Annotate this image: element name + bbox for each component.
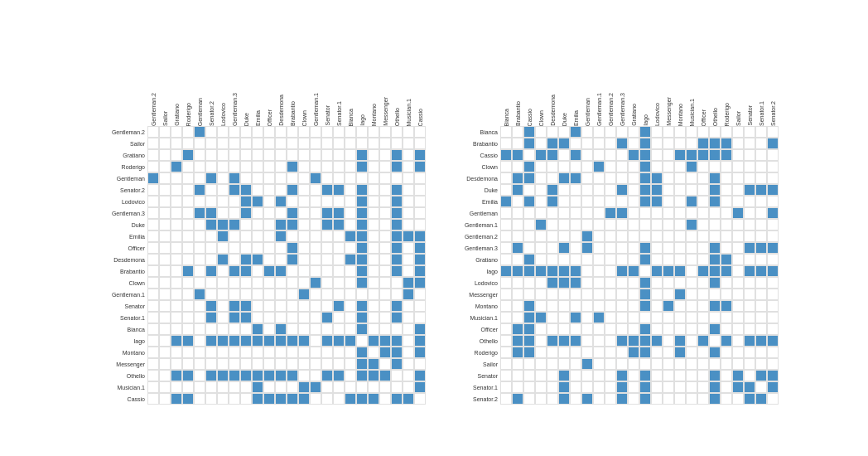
grid-cell bbox=[732, 277, 744, 289]
grid-cell bbox=[605, 196, 616, 207]
grid-cell bbox=[159, 230, 171, 242]
grid-cell bbox=[593, 126, 605, 138]
grid-cell bbox=[651, 138, 663, 149]
grid-cell bbox=[558, 312, 570, 323]
grid-cell bbox=[240, 149, 252, 161]
grid-cell bbox=[391, 323, 403, 335]
grid-cell bbox=[581, 300, 593, 312]
grid-cell bbox=[639, 172, 651, 184]
grid-cell bbox=[217, 358, 229, 370]
grid-cell bbox=[287, 358, 298, 370]
grid-cell bbox=[403, 207, 414, 219]
grid-cell bbox=[275, 172, 287, 184]
grid-cell bbox=[628, 230, 639, 242]
grid-row bbox=[500, 312, 779, 323]
grid-cell bbox=[414, 219, 426, 230]
grid-cell bbox=[744, 242, 755, 254]
grid-cell bbox=[182, 335, 194, 347]
grid-cell bbox=[744, 184, 755, 196]
grid-cell bbox=[697, 370, 709, 381]
grid-cell bbox=[275, 138, 287, 149]
grid-cell bbox=[194, 289, 205, 300]
grid-cell bbox=[321, 393, 333, 405]
grid-cell bbox=[697, 300, 709, 312]
grid-cell bbox=[523, 277, 535, 289]
grid-cell bbox=[229, 230, 240, 242]
grid-cell bbox=[379, 277, 391, 289]
grid-cell bbox=[159, 265, 171, 277]
grid-cell bbox=[182, 207, 194, 219]
grid-cell bbox=[651, 219, 663, 230]
grid-cell bbox=[310, 219, 321, 230]
grid-cell bbox=[391, 207, 403, 219]
grid-cell bbox=[686, 242, 697, 254]
grid-cell bbox=[709, 277, 721, 289]
grid-cell bbox=[356, 312, 368, 323]
grid-cell bbox=[403, 161, 414, 172]
grid-cell bbox=[182, 312, 194, 323]
grid-cell bbox=[321, 242, 333, 254]
grid-cell bbox=[147, 196, 159, 207]
grid-cell bbox=[697, 323, 709, 335]
grid-cell bbox=[379, 347, 391, 358]
grid-cell bbox=[240, 277, 252, 289]
grid-cell bbox=[593, 149, 605, 161]
grid-cell bbox=[744, 138, 755, 149]
grid-cell bbox=[240, 323, 252, 335]
grid-cell bbox=[547, 230, 558, 242]
grid-cell bbox=[697, 347, 709, 358]
grid-cell bbox=[287, 393, 298, 405]
grid-cell bbox=[709, 230, 721, 242]
grid-cell bbox=[639, 126, 651, 138]
grid-cell bbox=[368, 358, 379, 370]
grid-cell bbox=[581, 207, 593, 219]
grid-cell bbox=[345, 347, 356, 358]
grid-cell bbox=[240, 161, 252, 172]
grid-cell bbox=[356, 323, 368, 335]
grid-cell bbox=[732, 323, 744, 335]
grid-cell bbox=[414, 347, 426, 358]
grid-cell bbox=[263, 219, 275, 230]
grid-cell bbox=[721, 381, 732, 393]
grid-cell bbox=[605, 358, 616, 370]
grid-cell bbox=[535, 323, 547, 335]
grid-cell bbox=[263, 242, 275, 254]
grid-cell bbox=[558, 358, 570, 370]
grid-cell bbox=[512, 242, 523, 254]
grid-cell bbox=[391, 184, 403, 196]
grid-cell bbox=[581, 196, 593, 207]
grid-cell bbox=[368, 254, 379, 265]
grid-cell bbox=[674, 312, 686, 323]
grid-cell bbox=[686, 393, 697, 405]
grid-cell bbox=[321, 254, 333, 265]
col-label: Lodovico bbox=[217, 51, 229, 126]
grid-cell bbox=[500, 300, 512, 312]
col-label: Messenger bbox=[379, 51, 391, 126]
grid-cell bbox=[663, 242, 674, 254]
grid-cell bbox=[298, 381, 310, 393]
grid-cell bbox=[147, 219, 159, 230]
grid-cell bbox=[356, 207, 368, 219]
grid-cell bbox=[767, 219, 779, 230]
grid-cell bbox=[217, 393, 229, 405]
grid-cell bbox=[651, 289, 663, 300]
grid-cell bbox=[194, 196, 205, 207]
grid-cell bbox=[651, 230, 663, 242]
grid-cell bbox=[523, 126, 535, 138]
grid-cell bbox=[697, 393, 709, 405]
matrix1-wrapper: Gentleman.2SailorGratianoRoderigoGentlem… bbox=[89, 51, 426, 405]
grid-cell bbox=[414, 184, 426, 196]
grid-cell bbox=[229, 196, 240, 207]
grid-cell bbox=[240, 242, 252, 254]
grid-cell bbox=[744, 323, 755, 335]
row-label: Roderigo bbox=[89, 161, 147, 172]
grid-cell bbox=[547, 126, 558, 138]
grid-cell bbox=[639, 207, 651, 219]
grid-cell bbox=[391, 358, 403, 370]
grid-cell bbox=[217, 242, 229, 254]
grid-cell bbox=[368, 323, 379, 335]
row-label: Officer bbox=[89, 242, 147, 254]
grid-cell bbox=[512, 161, 523, 172]
grid-cell bbox=[310, 335, 321, 347]
grid-cell bbox=[605, 161, 616, 172]
